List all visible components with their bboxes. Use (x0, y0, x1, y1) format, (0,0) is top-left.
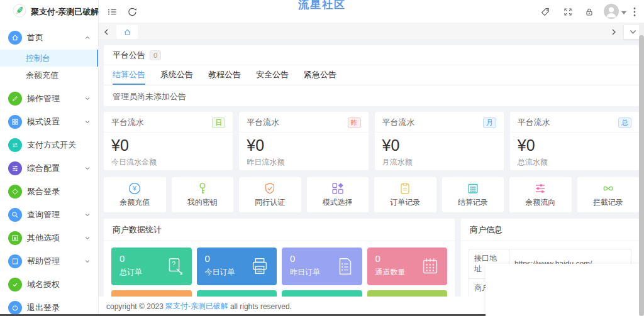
sidebar-item-label: 帮助管理 (27, 256, 84, 267)
sidebar-item-query-mgmt[interactable]: 查询管理 (0, 203, 98, 226)
quick-settlement-records[interactable]: 结算记录 (442, 177, 504, 212)
vertical-scrollbar[interactable] (639, 23, 644, 316)
tabs-scroll-left-icon[interactable] (100, 23, 113, 40)
lock-icon[interactable] (580, 0, 599, 23)
stat-card-month: 平台流水月 ¥0 月流水额 (375, 112, 504, 170)
toggle-icon (8, 138, 22, 152)
list-icon (8, 231, 22, 245)
quick-action-label: 订单记录 (390, 197, 420, 208)
stat-label: 总流水额 (510, 155, 639, 170)
tile-total-orders: 0 总订单 ? (111, 248, 192, 285)
mode-squares-icon (331, 182, 345, 195)
tile-label: 昨日订单 (290, 267, 320, 278)
document-icon (8, 254, 22, 268)
chevron-down-icon (84, 119, 91, 125)
sidebar-item-balance-recharge[interactable]: 余额充值 (0, 67, 98, 84)
power-icon (8, 301, 22, 315)
avatar (604, 4, 619, 21)
stat-label: 昨日流水额 (239, 155, 368, 170)
sidebar-item-other-options[interactable]: 其他选项 (0, 226, 98, 249)
stat-value: ¥0 (510, 133, 639, 155)
quick-action-label: 同行认证 (255, 197, 285, 208)
sidebar-item-general-config[interactable]: 综合配置 (0, 156, 98, 180)
stat-title: 平台流水 (247, 117, 279, 128)
sliders-icon (8, 161, 22, 175)
home-tab-icon (123, 28, 131, 36)
fullscreen-icon[interactable] (558, 0, 577, 23)
quick-mode-select[interactable]: 模式选择 (307, 177, 369, 212)
tab-security-notice[interactable]: 安全公告 (256, 65, 289, 85)
announcement-title: 平台公告 (113, 50, 145, 61)
announcement-tabs: 结算公告 系统公告 教程公告 安全公告 紧急公告 (104, 65, 639, 85)
stat-value: ¥0 (375, 133, 504, 155)
sidebar-item-home[interactable]: 首页 (0, 26, 98, 50)
announcement-empty-text: 管理员尚未添加公告 (104, 85, 639, 109)
tabs-scroll-right-icon[interactable] (608, 23, 620, 40)
diamond-icon (8, 185, 22, 199)
tile-yesterday-orders: 0 昨日订单 (282, 248, 362, 285)
quick-balance-recharge[interactable]: ¥ 余额充值 (104, 177, 166, 212)
sidebar-item-domain-auth[interactable]: 域名授权 (0, 273, 98, 296)
tile-value: 0 (290, 253, 295, 264)
watermark-text: 流星社区 (298, 0, 346, 12)
tab-settlement-notice[interactable]: 结算公告 (113, 65, 145, 85)
chevron-up-icon (84, 35, 91, 41)
kebab-menu-icon[interactable] (625, 0, 644, 23)
sidebar-item-label: 查询管理 (27, 209, 84, 221)
merchant-info-title: 商户信息 (461, 219, 639, 241)
user-menu[interactable] (604, 4, 626, 21)
calendar-icon (419, 256, 441, 280)
sidebar-item-help-mgmt[interactable]: 帮助管理 (0, 249, 98, 273)
clipboard-icon (398, 182, 412, 195)
home-icon (8, 31, 22, 45)
stat-value: ¥0 (104, 133, 233, 155)
announcement-count-badge: 0 (150, 50, 161, 60)
sidebar-item-console[interactable]: 控制台 (0, 50, 98, 67)
sidebar-item-label: 控制台 (26, 53, 50, 64)
stat-badge-month: 月 (483, 117, 496, 128)
quick-action-label: 模式选择 (323, 197, 353, 208)
quick-peer-auth[interactable]: 同行认证 (239, 177, 301, 212)
tab-urgent-notice[interactable]: 紧急公告 (304, 65, 336, 85)
quick-action-label: 结算记录 (458, 197, 488, 208)
sidebar-item-aggregate-login[interactable]: 聚合登录 (0, 180, 98, 203)
footer-brand-link[interactable]: 聚支付-亲测已破解 (165, 301, 228, 312)
tile-label: 今日订单 (205, 267, 235, 278)
chevron-down-icon (84, 235, 91, 241)
tab-system-notice[interactable]: 系统公告 (160, 65, 193, 85)
tab-tutorial-notice[interactable]: 教程公告 (208, 65, 241, 85)
sidebar-item-logout[interactable]: 退出登录 (0, 296, 98, 316)
key-icon (196, 182, 209, 195)
stat-badge-total: 总 (618, 117, 631, 128)
tag-icon[interactable] (536, 0, 555, 23)
quick-my-key[interactable]: 我的密钥 (172, 177, 234, 212)
stat-card-daily: 平台流水日 ¥0 今日流水金额 (104, 112, 233, 170)
doc-question-icon: ? (164, 256, 186, 280)
page-tab-bar (99, 23, 644, 40)
sidebar-item-mode-settings[interactable]: 模式设置 (0, 110, 98, 133)
sidebar-item-label: 余额充值 (26, 70, 58, 81)
sidebar-item-label: 支付方式开关 (27, 139, 91, 151)
sidebar-item-operation-mgmt[interactable]: 操作管理 (0, 87, 98, 110)
yen-circle-icon: ¥ (128, 182, 142, 195)
stat-title: 平台流水 (111, 117, 144, 128)
stat-label: 月流水额 (375, 155, 504, 170)
tab-home[interactable] (116, 25, 138, 39)
menu-fold-icon[interactable] (103, 0, 121, 23)
pencil-icon (8, 92, 22, 106)
quick-balance-flow[interactable]: 余额流向 (509, 177, 572, 212)
quick-action-label: 余额充值 (119, 197, 150, 208)
quick-intercept-records[interactable]: 拦截记录 (577, 177, 640, 212)
tile-channel-count: 0 通道数量 (367, 248, 448, 285)
blank-overlay (486, 264, 639, 316)
tile-value: 0 (119, 253, 125, 264)
svg-text:¥: ¥ (132, 185, 136, 192)
tile-value: 0 (205, 253, 210, 264)
tile-today-orders: 0 今日订单 (197, 248, 277, 285)
quick-action-label: 拦截记录 (593, 197, 623, 208)
stat-label: 今日流水金额 (104, 155, 233, 170)
sidebar-item-payment-switch[interactable]: 支付方式开关 (0, 133, 98, 156)
scrollbar-thumb[interactable] (639, 35, 644, 316)
refresh-icon[interactable] (123, 0, 142, 23)
quick-order-records[interactable]: 订单记录 (374, 177, 436, 212)
